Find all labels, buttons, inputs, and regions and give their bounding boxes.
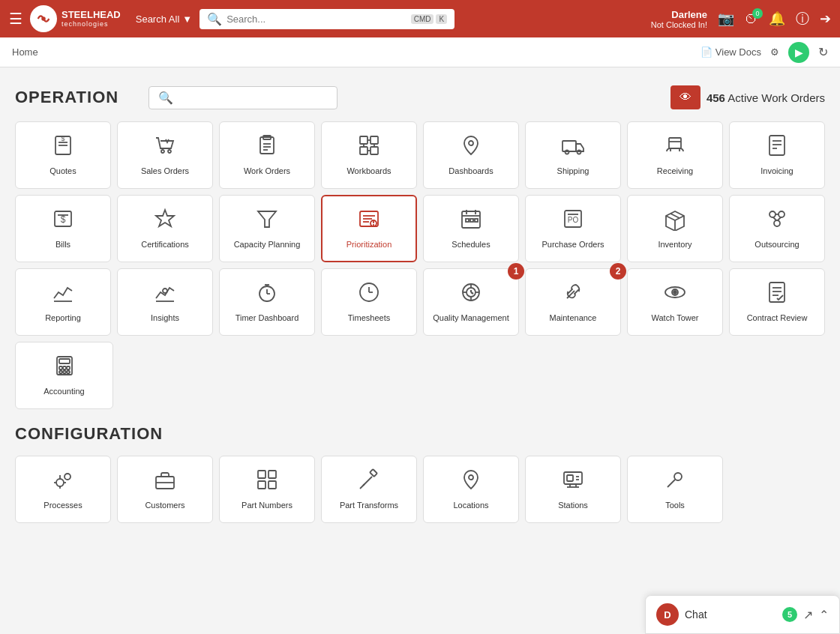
keyboard-hint: CMD K (411, 14, 447, 24)
module-timer-dashboard[interactable]: Timer Dashboard (219, 268, 315, 336)
logo: STEELHEAD technologies (30, 5, 121, 32)
reporting-label: Reporting (45, 313, 81, 323)
module-prioritization[interactable]: Prioritization (321, 195, 417, 262)
svg-point-110 (469, 475, 473, 480)
module-tools[interactable]: Tools (627, 456, 723, 523)
module-locations[interactable]: Locations (423, 456, 519, 523)
clock-icon (357, 280, 381, 308)
camera-icon[interactable]: 📷 (718, 10, 734, 27)
module-processes[interactable]: Processes (15, 456, 111, 523)
svg-point-6 (168, 150, 171, 153)
global-search-input[interactable] (226, 13, 406, 25)
play-button[interactable]: ▶ (788, 42, 809, 63)
help-icon[interactable]: ⓘ (796, 10, 809, 28)
module-shipping[interactable]: Shipping (525, 121, 621, 189)
module-capacity-planning[interactable]: Capacity Planning (219, 195, 315, 262)
module-workboards[interactable]: Workboards (321, 121, 417, 189)
operation-search-input[interactable] (178, 92, 328, 103)
module-bills[interactable]: $ Bills (15, 195, 111, 262)
module-schedules[interactable]: Schedules (423, 195, 519, 262)
breadcrumb-actions: 📄 View Docs ⚙ ▶ ↻ (700, 42, 828, 63)
outsourcing-label: Outsourcing (754, 239, 799, 250)
refresh-button[interactable]: ↻ (818, 45, 828, 59)
svg-rect-105 (268, 471, 276, 478)
module-certifications[interactable]: Certifications (117, 195, 213, 262)
module-customers[interactable]: Customers (117, 456, 213, 523)
module-timesheets[interactable]: Timesheets (321, 268, 417, 336)
timer-icon (255, 280, 279, 308)
configuration-section: CONFIGURATION Processes (15, 424, 825, 523)
module-quotes[interactable]: $ Quotes (15, 121, 111, 189)
calendar-icon (459, 207, 483, 235)
svg-point-118 (674, 473, 682, 480)
module-purchase-orders[interactable]: PO Purchase Orders (525, 195, 621, 262)
hamburger-menu[interactable]: ☰ (9, 10, 22, 28)
operation-header: OPERATION 🔍 👁 456 Active Work Orders (15, 85, 825, 109)
breadcrumb[interactable]: Home (12, 46, 38, 58)
part-numbers-label: Part Numbers (242, 500, 292, 510)
svg-rect-92 (67, 366, 70, 369)
chat-expand-icon[interactable]: ⌃ (819, 608, 829, 622)
invoicing-label: Invoicing (760, 166, 793, 176)
config-row1: Processes Customers (15, 456, 825, 523)
module-inventory[interactable]: Inventory (627, 195, 723, 262)
module-watch-tower[interactable]: Watch Tower (627, 268, 723, 336)
module-accounting[interactable]: Accounting (15, 342, 113, 409)
module-outsourcing[interactable]: Outsourcing (729, 195, 825, 262)
logout-icon[interactable]: ➔ (820, 10, 831, 27)
timer-icon[interactable]: ⏲0 (745, 11, 758, 27)
module-part-numbers[interactable]: Part Numbers (219, 456, 315, 523)
purchase-orders-label: Purchase Orders (542, 239, 604, 250)
module-sales-orders[interactable]: Sales Orders (117, 121, 213, 189)
module-work-orders[interactable]: Work Orders (219, 121, 315, 189)
svg-rect-15 (370, 147, 378, 154)
svg-rect-90 (59, 366, 62, 369)
tools-icon (663, 468, 687, 495)
configuration-title: CONFIGURATION (15, 424, 825, 444)
quality-icon (459, 280, 483, 308)
svg-text:PO: PO (568, 216, 579, 224)
svg-line-55 (670, 214, 680, 218)
chat-open-icon[interactable]: ↗ (803, 608, 813, 622)
operation-search[interactable]: 🔍 (148, 86, 338, 109)
module-insights[interactable]: Insights (117, 268, 213, 336)
module-dashboards[interactable]: Dashboards (423, 121, 519, 189)
chat-bubble[interactable]: D Chat 5 ↗ ⌃ (645, 595, 840, 634)
module-stations[interactable]: Stations (525, 456, 621, 523)
svg-point-0 (41, 16, 46, 21)
user-info: Darlene Not Clocked In! (651, 9, 707, 29)
operation-title: OPERATION (15, 88, 118, 107)
eye-button[interactable]: 👁 (670, 85, 700, 109)
doc-icon: 📄 (700, 46, 712, 58)
dashboards-label: Dashboards (448, 166, 493, 176)
eye-icon (663, 280, 687, 308)
module-receiving[interactable]: Receiving (627, 121, 723, 189)
shipping-label: Shipping (557, 166, 590, 176)
svg-rect-108 (370, 469, 377, 477)
chat-label: Chat (685, 609, 776, 621)
work-orders-label: Active Work Orders (728, 91, 825, 104)
svg-text:$: $ (61, 214, 66, 225)
svg-point-58 (774, 220, 780, 226)
module-quality-management[interactable]: 1 Quality Management (423, 268, 519, 336)
svg-rect-89 (59, 359, 70, 363)
global-search-bar[interactable]: 🔍 CMD K (200, 9, 454, 29)
watch-tower-label: Watch Tower (652, 313, 699, 323)
module-part-transforms[interactable]: Part Transforms (321, 456, 417, 523)
module-contract-review[interactable]: Contract Review (729, 268, 825, 336)
svg-text:$: $ (61, 135, 64, 142)
grid-arrows-icon (357, 133, 381, 161)
module-reporting[interactable]: Reporting (15, 268, 111, 336)
settings-button[interactable]: ⚙ (770, 46, 779, 58)
view-docs-button[interactable]: 📄 View Docs (700, 46, 761, 58)
module-invoicing[interactable]: Invoicing (729, 121, 825, 189)
svg-point-20 (469, 141, 473, 145)
timer-dashboard-label: Timer Dashboard (236, 313, 299, 323)
nav-right: Darlene Not Clocked In! 📷 ⏲0 🔔 ⓘ ➔ (651, 9, 831, 29)
svg-rect-95 (67, 371, 70, 373)
work-orders-label: Work Orders (244, 166, 290, 176)
search-all-dropdown[interactable]: Search All ▼ (136, 13, 192, 25)
module-maintenance[interactable]: 2 Maintenance (525, 268, 621, 336)
tools-label: Tools (665, 500, 685, 510)
notification-icon[interactable]: 🔔 (769, 10, 785, 27)
